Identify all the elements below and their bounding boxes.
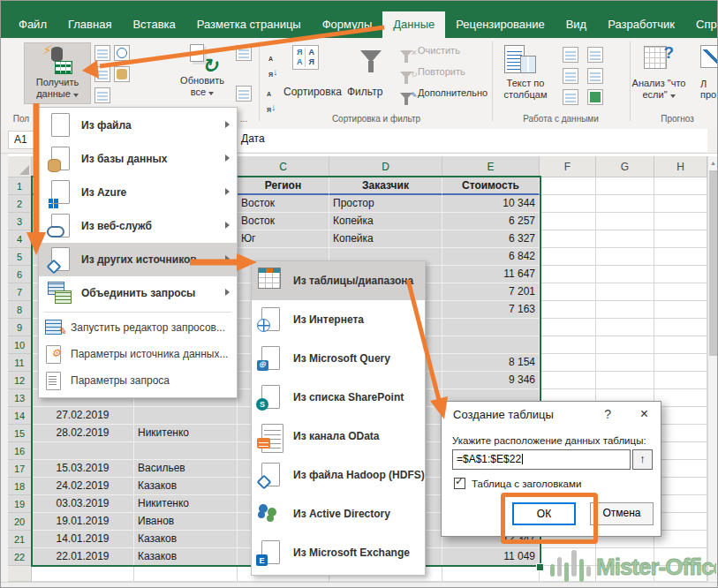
cell-H3[interactable] [654, 213, 707, 230]
menu-item-data-source-settings[interactable]: Параметры источника данных... [39, 341, 237, 367]
cell-E10[interactable] [442, 336, 540, 354]
tab-help[interactable]: Справка [685, 11, 718, 38]
cell-D3[interactable]: Копейка [329, 213, 442, 230]
row-header-8[interactable]: 8 [8, 301, 32, 319]
cell-G11[interactable] [596, 354, 654, 372]
menu-item-from-file[interactable]: Из файла [39, 109, 237, 142]
row-header-6[interactable]: 6 [8, 266, 32, 283]
row-header-16[interactable]: 16 [8, 442, 32, 460]
column-header-C[interactable]: C [238, 156, 329, 177]
submenu-item-from-table-range[interactable]: Из таблицы/диапазона [252, 261, 425, 300]
sort-ascending-icon[interactable] [268, 49, 278, 80]
cell-E11[interactable]: 8 154 [442, 354, 540, 372]
what-if-analysis-button[interactable]: Анализ "чтоесли" [624, 75, 693, 105]
sort-descending-icon[interactable] [267, 84, 276, 116]
cell-E22[interactable]: 11 049 [442, 548, 540, 566]
cell-G22[interactable] [596, 548, 654, 566]
menu-item-query-options[interactable]: Параметры запроса [39, 367, 237, 394]
cell-E6[interactable]: 11 647 [442, 266, 540, 283]
cell-H5[interactable] [654, 248, 707, 266]
row-header-13[interactable]: 13 [8, 389, 32, 407]
from-database-mini-icon[interactable] [114, 66, 130, 82]
dialog-close-icon[interactable]: × [640, 406, 648, 422]
cell-C1[interactable]: Регион [238, 177, 329, 195]
cell-A17[interactable]: 15.03.2019 [32, 460, 134, 478]
connection-properties-icon[interactable] [236, 45, 252, 61]
cell-E5[interactable]: 6 842 [442, 248, 540, 266]
cell-A15[interactable]: 28.02.2019 [32, 425, 134, 442]
cell-A22[interactable]: 22.01.2019 [32, 548, 134, 566]
from-table-range-mini-icon[interactable] [94, 87, 110, 103]
row-header-4[interactable]: 4 [8, 230, 32, 248]
table-range-input[interactable]: =$A$1:$E$22 [452, 449, 631, 470]
cell-B23[interactable] [134, 566, 238, 582]
cell-F4[interactable] [540, 230, 596, 248]
sort-button[interactable]: Сортировка [283, 86, 342, 98]
cell-D2[interactable]: Простор [329, 195, 442, 213]
what-if-analysis-icon[interactable] [644, 45, 672, 72]
cell-F1[interactable] [540, 177, 596, 195]
cell-G4[interactable] [596, 230, 654, 248]
row-header-22[interactable]: 22 [8, 548, 32, 566]
column-header-F[interactable]: F [540, 156, 596, 177]
cell-G7[interactable] [596, 283, 654, 301]
tab-page-layout[interactable]: Разметка страницы [186, 11, 312, 38]
cell-A23[interactable] [32, 566, 134, 582]
cell-F7[interactable] [540, 283, 596, 301]
submenu-item-from-microsoft-exchange[interactable]: Из Microsoft Exchange [252, 533, 425, 572]
row-header-23[interactable] [8, 566, 32, 582]
tab-data[interactable]: Данные [382, 11, 445, 38]
column-header-H[interactable]: H [654, 156, 707, 177]
menu-item-from-web-services[interactable]: Из веб-служб [39, 209, 237, 243]
menu-item-launch-query-editor[interactable]: Запустить редактор запросов... [39, 314, 237, 341]
menu-item-from-other-sources[interactable]: Из других источников [39, 243, 237, 276]
cell-E1[interactable]: Стоимость [442, 177, 540, 195]
cell-C4[interactable]: Юг [238, 230, 329, 248]
cell-H21[interactable] [654, 531, 707, 548]
cell-G1[interactable] [596, 177, 654, 195]
cell-H17[interactable] [654, 460, 707, 478]
cell-B15[interactable]: Никитенко [134, 425, 238, 442]
ok-button[interactable]: ОК [512, 502, 576, 525]
row-header-10[interactable]: 10 [8, 336, 32, 354]
row-header-20[interactable]: 20 [8, 513, 32, 531]
tab-file[interactable]: Файл [8, 11, 57, 38]
dialog-help-icon[interactable]: ? [604, 407, 611, 421]
cell-F22[interactable] [540, 548, 596, 566]
recent-sources-icon[interactable] [114, 45, 130, 61]
vertical-scrollbar[interactable]: ▲ [707, 156, 718, 582]
refresh-all-button[interactable]: Обновитьвсе [170, 42, 234, 104]
menu-item-from-azure[interactable]: Из Azure [39, 176, 237, 209]
row-header-19[interactable]: 19 [8, 495, 32, 513]
cell-G12[interactable] [596, 372, 654, 389]
cell-H22[interactable] [654, 548, 707, 566]
cell-B22[interactable]: Казаков [134, 548, 238, 566]
manage-data-model-icon[interactable] [587, 89, 603, 105]
remove-duplicates-icon[interactable] [563, 68, 578, 84]
cell-A18[interactable]: 24.02.2019 [32, 478, 134, 495]
forecast-sheet-icon[interactable] [700, 45, 718, 68]
cell-F2[interactable] [540, 195, 596, 213]
row-header-17[interactable]: 17 [8, 460, 32, 478]
column-header-D[interactable]: D [329, 156, 442, 177]
fill-handle[interactable] [536, 563, 544, 571]
cell-F23[interactable] [540, 566, 596, 582]
cell-H10[interactable] [654, 336, 707, 354]
cell-B17[interactable]: Васильев [134, 460, 238, 478]
cell-B21[interactable]: Казаков [134, 531, 238, 548]
tab-view[interactable]: Вид [556, 11, 598, 38]
get-data-button[interactable]: Получитьданные [24, 42, 91, 104]
cell-E9[interactable] [442, 319, 540, 336]
formula-bar-value[interactable]: Дата [241, 132, 265, 145]
cell-H1[interactable] [654, 177, 707, 195]
tab-developer[interactable]: Разработчик [597, 11, 685, 38]
cell-E23[interactable] [442, 566, 540, 582]
sort-dialog-icon[interactable] [292, 45, 319, 70]
tab-review[interactable]: Рецензирование [445, 11, 555, 38]
cell-E12[interactable]: 9 346 [442, 372, 540, 389]
submenu-item-from-hadoop-hdfs[interactable]: Из файла Hadoop (HDFS) [252, 456, 425, 494]
forecast-sheet-button[interactable]: Лпро [700, 79, 716, 100]
cell-G23[interactable] [596, 566, 654, 582]
range-picker-button[interactable]: ↑ [632, 449, 653, 470]
headers-checkbox-row[interactable]: Таблица с заголовками [454, 478, 581, 489]
